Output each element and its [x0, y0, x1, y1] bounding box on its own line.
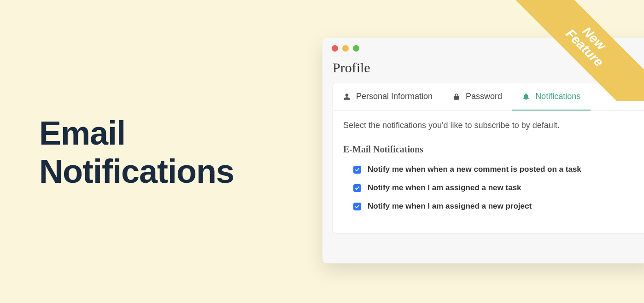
option-label: Notify me when when a new comment is pos…	[368, 165, 581, 174]
option-new-comment[interactable]: Notify me when when a new comment is pos…	[353, 165, 641, 174]
profile-window: Profile Personal Information Password	[322, 38, 644, 263]
window-zoom-button[interactable]	[353, 45, 359, 52]
page-title: Profile	[322, 52, 644, 83]
tab-label: Password	[466, 92, 502, 101]
user-icon	[343, 93, 351, 100]
checkbox[interactable]	[353, 184, 361, 192]
tabs: Personal Information Password Notificati…	[333, 83, 644, 111]
checkbox[interactable]	[353, 203, 361, 210]
option-label: Notify me when I am assigned a new proje…	[368, 202, 532, 211]
panel-body: Select the notifications you'd like to s…	[333, 111, 644, 233]
bell-icon	[522, 93, 530, 100]
tab-password[interactable]: Password	[443, 83, 512, 111]
settings-panel: Personal Information Password Notificati…	[333, 83, 644, 233]
hero-title-line1: Email	[39, 115, 125, 152]
window-minimize-button[interactable]	[342, 45, 349, 52]
checkbox[interactable]	[353, 166, 361, 174]
option-label: Notify me when I am assigned a new task	[368, 183, 521, 192]
tab-label: Notifications	[535, 92, 580, 101]
notification-description: Select the notifications you'd like to s…	[343, 121, 641, 130]
hero-title: Email Notifications	[39, 114, 234, 191]
tab-notifications[interactable]: Notifications	[512, 83, 591, 111]
tab-label: Personal Information	[356, 92, 433, 101]
option-assigned-task[interactable]: Notify me when I am assigned a new task	[353, 183, 641, 192]
hero-title-line2: Notifications	[39, 153, 234, 190]
notification-options: Notify me when when a new comment is pos…	[343, 165, 641, 211]
lock-icon	[453, 93, 460, 100]
section-heading: E-Mail Notifications	[343, 144, 641, 155]
option-assigned-project[interactable]: Notify me when I am assigned a new proje…	[353, 202, 641, 211]
window-close-button[interactable]	[332, 45, 338, 52]
window-traffic-lights	[322, 38, 644, 52]
tab-personal-information[interactable]: Personal Information	[333, 83, 443, 111]
